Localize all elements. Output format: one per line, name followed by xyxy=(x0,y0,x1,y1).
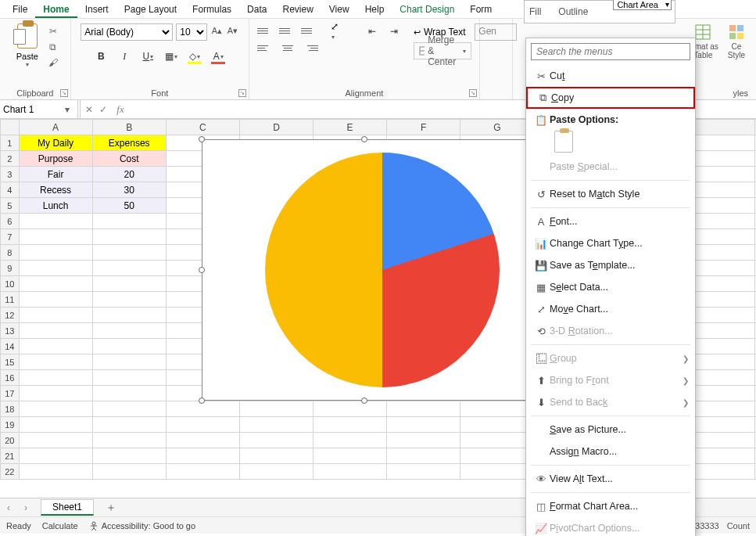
row-header-13[interactable]: 13 xyxy=(1,323,20,339)
cell-F21[interactable] xyxy=(387,448,460,464)
cell-C21[interactable] xyxy=(166,448,239,464)
cell-G20[interactable] xyxy=(460,433,534,448)
cell-B9[interactable] xyxy=(92,261,166,276)
fill-label[interactable]: Fill xyxy=(525,6,546,17)
align-right-icon[interactable] xyxy=(301,41,318,55)
col-header-E[interactable]: E xyxy=(314,120,387,135)
pie-chart[interactable] xyxy=(265,153,500,387)
menu-data[interactable]: Data xyxy=(239,2,274,16)
row-header-22[interactable]: 22 xyxy=(1,464,20,480)
resize-handle-sw[interactable] xyxy=(199,398,205,404)
resize-handle-w[interactable] xyxy=(199,267,205,273)
increase-indent-icon[interactable]: ⇥ xyxy=(385,23,403,39)
cell-B14[interactable] xyxy=(92,339,166,354)
menu-help[interactable]: Help xyxy=(357,2,392,16)
row-header-5[interactable]: 5 xyxy=(1,198,20,214)
row-header-16[interactable]: 16 xyxy=(1,370,20,386)
ctx-format-chart-area[interactable]: ◫Format Chart Area... xyxy=(526,495,695,517)
cell-A22[interactable] xyxy=(19,464,92,480)
ctx-copy[interactable]: ⧉Copy xyxy=(526,87,695,109)
row-header-18[interactable]: 18 xyxy=(1,401,20,417)
menu-file[interactable]: File xyxy=(5,2,35,16)
ctx-save-as-template[interactable]: 💾Save as Template... xyxy=(526,254,695,276)
row-header-15[interactable]: 15 xyxy=(1,354,20,370)
cell-A11[interactable] xyxy=(19,292,92,308)
cell-B11[interactable] xyxy=(92,292,166,308)
fx-icon[interactable]: fx xyxy=(113,103,127,116)
cell-B7[interactable] xyxy=(92,229,166,245)
underline-button[interactable]: U xyxy=(139,49,156,64)
row-header-12[interactable]: 12 xyxy=(1,308,20,323)
chart-element-selector[interactable]: Chart Area xyxy=(613,0,672,10)
alignment-dialog-launcher[interactable]: ↘ xyxy=(469,89,477,97)
cell-A13[interactable] xyxy=(19,323,92,339)
paste-option-icon[interactable] xyxy=(554,131,573,153)
cell-A1[interactable]: My Daily xyxy=(19,135,92,151)
cell-A17[interactable] xyxy=(19,386,92,401)
row-header-4[interactable]: 4 xyxy=(1,182,20,198)
cell-C22[interactable] xyxy=(166,464,239,480)
orientation-button[interactable]: ⤢ xyxy=(331,23,353,38)
menu-search[interactable] xyxy=(531,43,690,60)
cell-B18[interactable] xyxy=(92,401,166,417)
cell-B13[interactable] xyxy=(92,323,166,339)
cell-B10[interactable] xyxy=(92,276,166,292)
fill-color-button[interactable]: ◇ xyxy=(186,49,203,64)
menu-view[interactable]: View xyxy=(321,2,357,16)
enter-icon[interactable]: ✓ xyxy=(96,104,110,115)
cell-D18[interactable] xyxy=(239,401,313,417)
cell-B20[interactable] xyxy=(92,433,166,448)
menu-insert[interactable]: Insert xyxy=(77,2,116,16)
cell-B1[interactable]: Expenses xyxy=(92,135,166,151)
cell-F20[interactable] xyxy=(387,433,460,448)
cell-A4[interactable]: Recess xyxy=(19,182,92,198)
status-accessibility[interactable]: Accessibility: Good to go xyxy=(89,521,195,531)
ctx-cut[interactable]: ✂Cut xyxy=(526,65,695,87)
cell-styles-button[interactable]: Ce Style xyxy=(725,23,748,59)
cell-A5[interactable]: Lunch xyxy=(19,198,92,214)
add-sheet-icon[interactable]: ＋ xyxy=(102,501,120,515)
cell-A9[interactable] xyxy=(19,261,92,276)
row-header-10[interactable]: 10 xyxy=(1,276,20,292)
col-header-A[interactable]: A xyxy=(19,120,92,135)
font-dialog-launcher[interactable]: ↘ xyxy=(238,89,246,97)
cell-F18[interactable] xyxy=(387,401,460,417)
cell-D20[interactable] xyxy=(239,433,313,448)
cell-A21[interactable] xyxy=(19,448,92,464)
col-header-G[interactable]: G xyxy=(460,120,534,135)
grow-font-icon[interactable]: A▴ xyxy=(210,26,223,38)
font-color-button[interactable]: A xyxy=(210,49,227,64)
col-header-B[interactable]: B xyxy=(92,120,166,135)
align-bottom-icon[interactable] xyxy=(301,23,318,38)
align-top-icon[interactable] xyxy=(257,23,274,38)
cell-B5[interactable]: 50 xyxy=(92,198,166,214)
ctx-view-alt-text[interactable]: 👁View Alt Text... xyxy=(526,468,695,490)
font-name-combo[interactable]: Arial (Body) xyxy=(81,23,173,41)
cell-B16[interactable] xyxy=(92,370,166,386)
row-header-8[interactable]: 8 xyxy=(1,245,20,261)
cell-B8[interactable] xyxy=(92,245,166,261)
cell-A19[interactable] xyxy=(19,417,92,433)
chart-object[interactable] xyxy=(202,139,527,401)
align-left-icon[interactable] xyxy=(257,41,274,55)
cell-E22[interactable] xyxy=(314,464,387,480)
align-center-icon[interactable] xyxy=(279,41,296,55)
font-size-combo[interactable]: 10 xyxy=(176,23,207,41)
cell-D19[interactable] xyxy=(239,417,313,433)
cell-D21[interactable] xyxy=(239,448,313,464)
col-header-F[interactable]: F xyxy=(387,120,460,135)
cell-A14[interactable] xyxy=(19,339,92,354)
shrink-font-icon[interactable]: A▾ xyxy=(226,26,238,38)
col-header-D[interactable]: D xyxy=(239,120,313,135)
ctx-assign-macro[interactable]: Assign Macro... xyxy=(526,441,695,462)
row-header-17[interactable]: 17 xyxy=(1,386,20,401)
cell-B21[interactable] xyxy=(92,448,166,464)
menu-review[interactable]: Review xyxy=(274,2,321,16)
cancel-icon[interactable]: ✕ xyxy=(82,104,96,115)
cell-G18[interactable] xyxy=(460,401,534,417)
cell-B22[interactable] xyxy=(92,464,166,480)
row-header-6[interactable]: 6 xyxy=(1,214,20,229)
name-box-dropdown-icon[interactable]: ▾ xyxy=(61,104,73,115)
row-header-9[interactable]: 9 xyxy=(1,261,20,276)
cell-G22[interactable] xyxy=(460,464,534,480)
